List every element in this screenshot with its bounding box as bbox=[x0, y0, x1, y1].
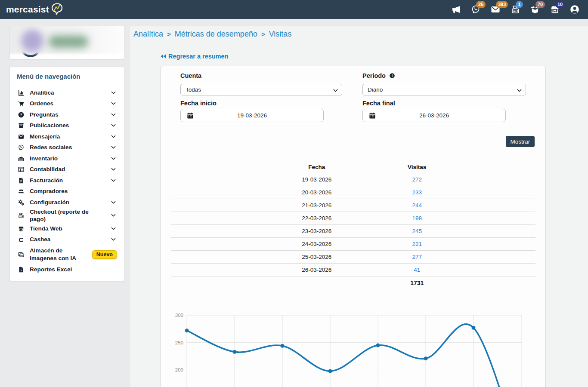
cuenta-label: Cuenta bbox=[180, 72, 201, 79]
nuevo-badge: Nuevo bbox=[92, 250, 117, 259]
logo-chart-bubble-icon bbox=[50, 2, 65, 17]
sidebar-item-label: Contabilidad bbox=[30, 166, 105, 173]
cell-visitas-link[interactable]: 221 bbox=[412, 241, 422, 247]
sidebar-item-label: Reportes Excel bbox=[30, 266, 117, 273]
sidebar-item-label: Almacén de imagenes con IA bbox=[30, 247, 87, 262]
megaphone-button[interactable] bbox=[450, 4, 461, 15]
sidebar-item-almacen-de-imagenes-con-ia[interactable]: Almacén de imagenes con IANuevo bbox=[15, 245, 119, 264]
periodo-selected-value: Diario bbox=[368, 86, 383, 93]
sidebar-menu: AnalíticaOrdenesPreguntasPublicacionesMe… bbox=[15, 87, 119, 275]
chevron-down-icon bbox=[110, 199, 117, 206]
visits-table: FechaVisitas 19-03-202627220-03-20262332… bbox=[171, 161, 535, 289]
cell-fecha: 24-03-2026 bbox=[244, 238, 390, 251]
breadcrumb-item-analitica[interactable]: Analítica bbox=[133, 30, 163, 39]
sidebar-item-compradores[interactable]: Compradores bbox=[15, 186, 119, 197]
table-row: 26-03-202641 bbox=[171, 264, 535, 276]
app-window: mercasist 2538317010 Menú de navegación … bbox=[0, 0, 588, 387]
cell-fecha: 21-03-2026 bbox=[244, 199, 390, 212]
chevron-down-icon bbox=[333, 87, 337, 92]
total-visitas: 1731 bbox=[390, 276, 444, 289]
grid-icon bbox=[17, 166, 25, 173]
chevron-down-icon bbox=[110, 177, 117, 184]
fecha-final-label: Fecha final bbox=[362, 100, 395, 107]
breadcrumb-divider bbox=[133, 42, 575, 42]
sidebar-item-label: Inventario bbox=[30, 155, 105, 163]
chevron-down-icon bbox=[110, 89, 117, 96]
fecha-final-input[interactable]: 26-03-2026 bbox=[362, 109, 506, 122]
cell-visitas-link[interactable]: 277 bbox=[412, 254, 422, 260]
question-icon bbox=[17, 111, 25, 118]
sidebar-item-label: Preguntas bbox=[30, 111, 105, 119]
cashea-icon: C bbox=[17, 236, 25, 243]
sidebar-item-publicaciones[interactable]: Publicaciones bbox=[15, 120, 119, 132]
register-badge: 1 bbox=[516, 1, 523, 8]
register-button[interactable]: 1 bbox=[509, 4, 521, 15]
cell-visitas-link[interactable]: 245 bbox=[412, 228, 422, 234]
user-profile-card bbox=[9, 26, 125, 59]
open-box-button[interactable]: 70 bbox=[529, 4, 541, 15]
chevron-down-icon bbox=[517, 87, 521, 92]
sidebar-item-mensajeria[interactable]: Mensajería bbox=[15, 131, 119, 142]
sidebar-item-label: Mensajería bbox=[30, 133, 105, 141]
info-icon[interactable] bbox=[389, 73, 395, 79]
account-button[interactable] bbox=[569, 4, 580, 15]
periodo-select[interactable]: Diario bbox=[362, 84, 526, 95]
sidebar-item-label: Redes sociales bbox=[30, 144, 105, 151]
svg-text:300: 300 bbox=[175, 313, 183, 318]
cuenta-select[interactable]: Todas bbox=[180, 84, 342, 95]
back-link-label: Regresar a resumen bbox=[168, 53, 228, 60]
whatsapp-badge: 25 bbox=[476, 1, 486, 8]
sidebar-item-label: Checkout (reporte de pago) bbox=[30, 208, 105, 223]
cell-visitas-link[interactable]: 272 bbox=[412, 176, 422, 183]
users-icon bbox=[17, 188, 25, 195]
store-button[interactable]: 10 bbox=[549, 4, 560, 15]
cuenta-selected-value: Todas bbox=[186, 86, 201, 93]
table-row: 24-03-2026221 bbox=[171, 238, 535, 251]
cell-visitas-link[interactable]: 244 bbox=[412, 202, 422, 209]
sidebar-item-ordenes[interactable]: Ordenes bbox=[15, 98, 119, 110]
top-navbar: mercasist 2538317010 bbox=[0, 0, 588, 19]
cell-visitas-link[interactable]: 198 bbox=[412, 215, 422, 221]
sidebar-item-redes-sociales[interactable]: Redes sociales bbox=[15, 142, 119, 154]
envelope-button[interactable]: 383 bbox=[489, 4, 501, 15]
chart-icon bbox=[17, 89, 25, 96]
sidebar-item-label: Analítica bbox=[30, 89, 105, 97]
visits-chart-container: 300250200 bbox=[171, 302, 536, 387]
mostrar-button[interactable]: Mostrar bbox=[506, 136, 535, 147]
sidebar-item-contabilidad[interactable]: Contabilidad bbox=[15, 164, 119, 175]
fecha-inicio-input[interactable]: 19-03-2026 bbox=[180, 109, 324, 122]
sidebar-item-cashea[interactable]: CCashea bbox=[15, 234, 119, 245]
breadcrumb-item-visitas[interactable]: Visitas bbox=[269, 30, 292, 39]
cart-icon bbox=[17, 100, 25, 108]
sidebar-item-label: Compradores bbox=[30, 187, 117, 195]
whatsapp-button[interactable]: 25 bbox=[470, 4, 481, 15]
cell-fecha: 22-03-2026 bbox=[244, 212, 390, 225]
chevron-down-icon bbox=[110, 133, 117, 140]
sidebar-item-reportes-excel[interactable]: Reportes Excel bbox=[15, 264, 119, 275]
sidebar-item-label: Tienda Web bbox=[30, 225, 105, 233]
excel-icon bbox=[17, 266, 25, 273]
sidebar-item-configuracion[interactable]: Configuración bbox=[15, 197, 119, 208]
envelope2-icon bbox=[17, 133, 25, 140]
breadcrumb-item-metricas-de-desempeno[interactable]: Métricas de desempeño bbox=[175, 30, 257, 39]
chevron-down-icon bbox=[110, 236, 117, 243]
report-card: Cuenta Todas Periodo Diario Fecha inicio… bbox=[160, 66, 546, 387]
sidebar-item-facturacion[interactable]: Facturación bbox=[15, 175, 119, 186]
table-header-row: FechaVisitas bbox=[171, 161, 535, 173]
app-logo[interactable]: mercasist bbox=[6, 2, 65, 17]
visits-table-head: FechaVisitas bbox=[171, 161, 535, 173]
blurred-user-info bbox=[9, 26, 125, 54]
calendar-icon bbox=[368, 112, 376, 120]
back-to-summary-link[interactable]: Regresar a resumen bbox=[160, 53, 228, 60]
sidebar-item-checkout-reporte-de-pago[interactable]: Checkout (reporte de pago) bbox=[15, 208, 119, 223]
table-row: 25-03-2026277 bbox=[171, 251, 535, 264]
cell-visitas-link[interactable]: 233 bbox=[412, 189, 422, 196]
cell-visitas-link[interactable]: 41 bbox=[414, 267, 420, 273]
sidebar-item-preguntas[interactable]: Preguntas bbox=[15, 109, 119, 120]
store-badge: 10 bbox=[555, 1, 565, 8]
sidebar-item-analitica[interactable]: Analítica bbox=[15, 87, 119, 98]
sidebar-item-inventario[interactable]: Inventario bbox=[15, 153, 119, 164]
sidebar-item-label: Ordenes bbox=[30, 100, 105, 108]
images-icon bbox=[17, 251, 25, 258]
sidebar-item-tienda-web[interactable]: Tienda Web bbox=[15, 223, 119, 234]
